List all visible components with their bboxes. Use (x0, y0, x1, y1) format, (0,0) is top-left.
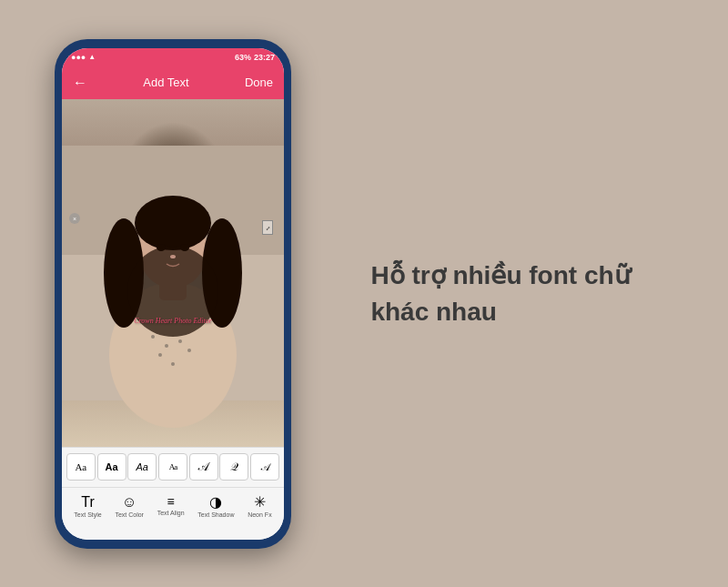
svg-point-16 (180, 244, 189, 251)
photo-svg (62, 99, 284, 447)
top-bar: ← Add Text Done (62, 66, 284, 99)
photo-canvas[interactable]: Crown Heart Photo Editor × ⤢ (62, 99, 284, 447)
done-button[interactable]: Done (245, 76, 273, 89)
text-align-button[interactable]: ≡ Text Align (157, 495, 185, 516)
text-style-button[interactable]: Tr Text Style (74, 495, 101, 518)
photo-image: Crown Heart Photo Editor × ⤢ (62, 99, 284, 447)
svg-point-6 (158, 353, 162, 357)
status-bar: ●●● ▲ 63% 23:27 (62, 48, 284, 66)
resize-text-handle[interactable]: ⤢ (262, 220, 273, 235)
neon-fx-label: Neon Fx (248, 511, 271, 518)
status-left: ●●● ▲ (71, 53, 96, 62)
text-shadow-button[interactable]: ◑ Text Shadow (197, 495, 234, 518)
description-text: Hỗ trợ nhiều font chữ khác nhau (370, 258, 630, 329)
font-style-script[interactable]: 𝒜 (189, 453, 218, 481)
svg-point-17 (170, 255, 176, 258)
text-style-label: Text Style (74, 511, 101, 518)
bottom-toolbar: Tr Text Style ☺ Text Color ≡ Text Align … (62, 487, 284, 540)
signal-indicator: ●●● (71, 53, 86, 62)
text-style-icon: Tr (81, 495, 95, 510)
font-style-fancy[interactable]: 𝒜 (250, 453, 279, 481)
clock: 23:27 (254, 53, 275, 62)
photo-overlay-text[interactable]: Crown Heart Photo Editor (134, 317, 212, 325)
neon-fx-button[interactable]: ✳ Neon Fx (248, 495, 271, 518)
text-align-label: Text Align (157, 510, 185, 516)
svg-point-8 (187, 349, 191, 352)
battery-level: 63% (235, 53, 251, 62)
font-style-bold[interactable]: Aa (97, 453, 126, 481)
font-style-row: Aa Aa Aa Aa 𝒜 𝒬 𝒜 (62, 447, 284, 487)
toolbar-items-row: Tr Text Style ☺ Text Color ≡ Text Align … (66, 491, 280, 521)
back-button[interactable]: ← (73, 75, 87, 91)
svg-point-5 (178, 339, 182, 343)
svg-point-11 (135, 196, 211, 250)
text-color-icon: ☺ (122, 495, 136, 510)
wifi-icon: ▲ (88, 53, 96, 61)
svg-point-15 (157, 244, 166, 251)
svg-point-4 (165, 344, 168, 348)
svg-point-3 (151, 335, 155, 339)
description-line1: Hỗ trợ nhiều font chữ (370, 261, 630, 289)
scene: ●●● ▲ 63% 23:27 ← Add Text Done (0, 0, 728, 587)
neon-fx-icon: ✳ (254, 495, 266, 510)
description-section: Hỗ trợ nhiều font chữ khác nhau (291, 258, 673, 329)
font-style-normal[interactable]: Aa (66, 453, 96, 481)
font-style-condensed[interactable]: Aa (158, 453, 187, 481)
text-shadow-icon: ◑ (209, 495, 222, 510)
svg-point-7 (171, 362, 175, 366)
screen-title: Add Text (143, 76, 188, 89)
status-right: 63% 23:27 (235, 53, 275, 62)
text-color-label: Text Color (115, 511, 144, 518)
phone-screen: ●●● ▲ 63% 23:27 ← Add Text Done (62, 48, 284, 540)
text-align-icon: ≡ (167, 495, 175, 508)
phone-mockup: ●●● ▲ 63% 23:27 ← Add Text Done (55, 39, 291, 549)
font-style-decorative[interactable]: 𝒬 (219, 453, 248, 481)
font-style-italic[interactable]: Aa (127, 453, 157, 481)
description-line2: khác nhau (370, 298, 496, 326)
text-color-button[interactable]: ☺ Text Color (115, 495, 144, 518)
text-shadow-label: Text Shadow (197, 511, 234, 518)
